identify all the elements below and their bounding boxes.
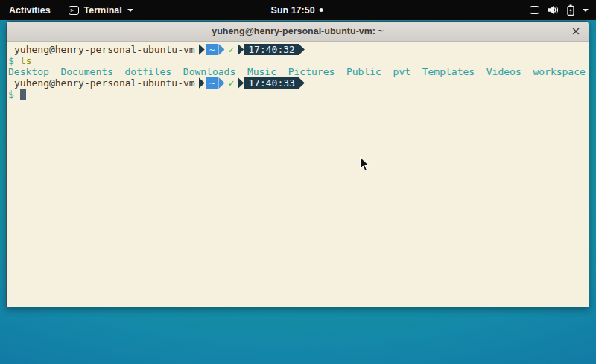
chevron-down-icon (127, 9, 133, 12)
terminal-viewport[interactable]: yuheng@henry-personal-ubuntu-vm ~ ✓ 17:4… (7, 42, 589, 307)
top-bar: Activities >_ Terminal Sun 17:50 (0, 0, 596, 20)
check-icon: ✓ (228, 77, 234, 89)
ls-output-line: Desktop Documents dotfiles Downloads Mus… (8, 66, 587, 77)
battery-charging-icon (567, 4, 574, 16)
powerline-arrow-icon (199, 77, 205, 89)
notification-dot-icon (320, 8, 323, 12)
system-tray[interactable] (522, 0, 596, 20)
prompt-cwd-segment: ~ (206, 77, 219, 89)
prompt-time-segment: 17:40:33 (244, 77, 299, 89)
clock-label: Sun 17:50 (271, 5, 315, 16)
window-title: yuheng@henry-personal-ubuntu-vm: ~ (212, 26, 384, 36)
input-line[interactable]: $ (8, 89, 587, 100)
activities-button[interactable]: Activities (0, 0, 60, 20)
screen-icon (530, 6, 539, 14)
app-menu-terminal[interactable]: >_ Terminal (60, 0, 142, 20)
powerline-tip-icon (299, 77, 305, 89)
app-menu-label: Terminal (84, 5, 122, 16)
prompt-cwd-segment: ~ (206, 44, 219, 55)
powerline-arrow-icon (199, 44, 205, 55)
prompt-host: yuheng@henry-personal-ubuntu-vm (8, 44, 195, 55)
prompt-line-2: yuheng@henry-personal-ubuntu-vm ~ ✓ 17:4… (8, 77, 587, 89)
mouse-pointer-icon (359, 156, 370, 172)
check-icon: ✓ (228, 44, 234, 55)
prompt-host: yuheng@henry-personal-ubuntu-vm (8, 77, 195, 89)
clock-button[interactable]: Sun 17:50 (271, 0, 323, 20)
powerline-tip-icon (218, 44, 224, 55)
terminal-window: yuheng@henry-personal-ubuntu-vm: ~ × yuh… (6, 21, 589, 307)
powerline-arrow-icon (238, 77, 244, 89)
powerline-tip-icon (299, 44, 305, 55)
prompt-cwd: ~ (209, 77, 215, 89)
powerline-tip-icon (218, 77, 224, 89)
prompt-time: 17:40:33 (248, 77, 295, 89)
prompt-symbol: $ (8, 55, 14, 66)
prompt-cwd: ~ (209, 44, 215, 55)
chevron-down-icon (583, 9, 589, 12)
typed-command: ls (20, 55, 32, 66)
ls-output: Desktop Documents dotfiles Downloads Mus… (8, 66, 586, 77)
prompt-time: 17:40:32 (248, 44, 295, 55)
activities-label: Activities (9, 5, 51, 16)
prompt-line-1: yuheng@henry-personal-ubuntu-vm ~ ✓ 17:4… (8, 44, 587, 55)
terminal-app-icon: >_ (69, 6, 79, 15)
powerline-arrow-icon (238, 44, 244, 55)
window-titlebar[interactable]: yuheng@henry-personal-ubuntu-vm: ~ × (7, 22, 589, 42)
close-button[interactable]: × (569, 25, 583, 38)
prompt-symbol: $ (8, 89, 14, 100)
volume-icon (548, 5, 559, 15)
command-line: $ ls (8, 55, 587, 66)
text-cursor (20, 89, 26, 100)
prompt-time-segment: 17:40:32 (244, 44, 299, 55)
